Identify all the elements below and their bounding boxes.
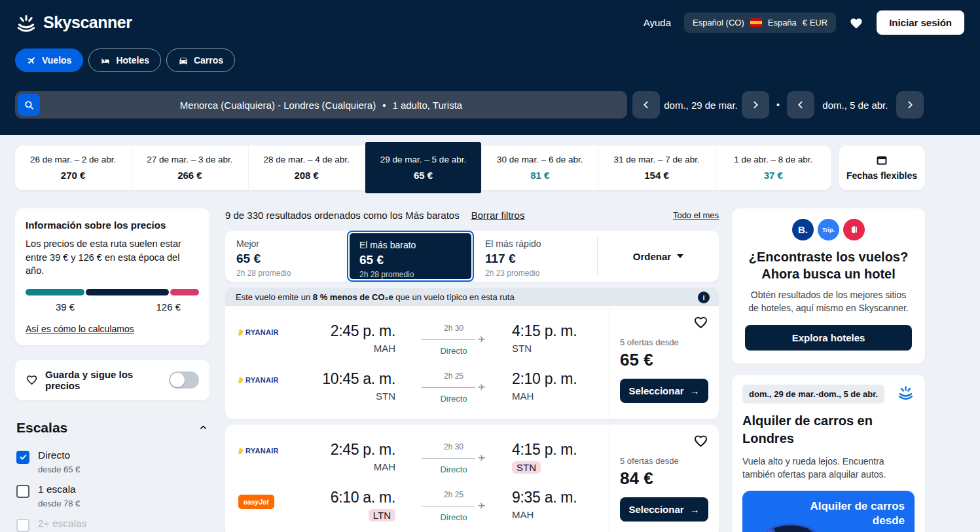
skyscanner-logo[interactable]: Skyscanner — [15, 13, 132, 33]
save-prices-toggle[interactable] — [169, 371, 199, 389]
date-tab-6[interactable]: 31 de mar. – 7 de abr. 154 € — [598, 145, 714, 190]
car-promo-body: Vuela alto y rueda lejos. Encuentra tamb… — [742, 455, 915, 482]
sort-tab-avg: 2h 23 promedio — [485, 269, 596, 278]
arrow-right-icon: → — [690, 504, 700, 515]
departure-time: 6:10 a. m. — [299, 489, 395, 506]
search-summary-bar[interactable]: Menorca (Cualquiera) - Londres (Cualquie… — [15, 91, 627, 119]
how-we-calculate-link[interactable]: Así es cómo lo calculamos — [26, 324, 134, 334]
leg-duration: 2h 30 — [444, 442, 463, 451]
plane-icon — [27, 56, 37, 66]
arrival-airport: MAH — [512, 390, 609, 402]
sort-tab-price: 65 € — [359, 253, 471, 267]
flight-path-line — [422, 506, 475, 506]
sort-tab-fastest[interactable]: El más rápido 117 € 2h 23 promedio — [474, 231, 596, 282]
skyscanner-sun-icon — [15, 13, 37, 33]
locale-currency: € EUR — [803, 18, 827, 28]
car-icon — [178, 56, 189, 66]
departure-time: 2:45 p. m. — [299, 322, 395, 340]
help-link[interactable]: Ayuda — [644, 17, 671, 28]
saved-heart-icon[interactable] — [849, 16, 863, 29]
price-range-low-segment — [26, 289, 84, 295]
sort-dropdown-button[interactable]: Ordenar — [598, 231, 719, 282]
eco-text-prefix: Este vuelo emite un — [236, 292, 313, 302]
hotel-partner-logo — [843, 219, 865, 240]
sort-tab-cheapest-selected[interactable]: El más barato 65 € 2h 28 promedio — [347, 231, 474, 282]
sort-tabs-card: Mejor 65 € 2h 28 promedio El más barato … — [225, 231, 719, 282]
leg-duration: 2h 30 — [444, 324, 463, 333]
save-flight-heart-icon[interactable] — [693, 434, 708, 447]
spain-flag-icon — [750, 18, 762, 27]
departure-time: 10:45 a. m. — [299, 370, 395, 388]
stops-title: Escalas — [16, 420, 67, 436]
car-rental-banner[interactable]: Alquiler de carros desde 13 € por día — [742, 491, 915, 532]
leg-stops: Directo — [440, 465, 467, 474]
flight2-return-leg: easyJet 6:10 a. m. LTN 2h 25 Directo 9:3… — [238, 489, 609, 522]
tab-hotels[interactable]: Hoteles — [88, 48, 161, 72]
info-icon[interactable]: i — [698, 292, 710, 303]
eco-banner: Este vuelo emite un 8 % menos de CO₂e qu… — [225, 288, 719, 306]
flight1-outbound-leg: RYANAIR 2:45 p. m. MAH 2h 30 Directo 4:1… — [238, 322, 609, 356]
flight2-outbound-leg: RYANAIR 2:45 p. m. MAH 2h 30 Directo 4:1… — [238, 441, 609, 474]
save-flight-heart-icon[interactable] — [693, 315, 708, 329]
chevron-up-icon — [198, 423, 208, 432]
eco-text-bold: 8 % menos de CO₂e — [313, 292, 393, 302]
date-tab-3[interactable]: 28 de mar. – 4 de abr. 208 € — [248, 145, 365, 190]
departure-airport: MAH — [299, 343, 395, 354]
login-button[interactable]: Iniciar sesión — [877, 10, 964, 35]
filter-1-stop[interactable]: 1 escala desde 78 € — [16, 484, 208, 508]
stops-section-header[interactable]: Escalas — [16, 420, 208, 436]
date-tab-1[interactable]: 26 de mar. – 2 de abr. 270 € — [15, 145, 131, 190]
tab-cars-label: Carros — [194, 55, 223, 66]
price-range-bar — [26, 289, 199, 295]
search-icon[interactable] — [18, 94, 40, 116]
explore-hotels-button[interactable]: Explora hoteles — [745, 325, 912, 351]
date-tab-price: 65 € — [414, 170, 433, 181]
calendar-icon — [877, 155, 887, 166]
select-flight-button[interactable]: Seleccionar→ — [620, 379, 708, 403]
hotel-promo-card: B. Trip. ¿Encontraste los vuelos? Ahora … — [732, 208, 925, 364]
return-next-day-button[interactable] — [896, 91, 924, 119]
checkbox-checked-icon[interactable] — [16, 451, 29, 464]
sort-tab-avg: 2h 28 promedio — [236, 269, 347, 278]
flight-card-1[interactable]: RYANAIR 2:45 p. m. MAH 2h 30 Directo 4:1… — [225, 306, 719, 419]
date-tab-4-selected[interactable]: 29 de mar. – 5 de abr. 65 € — [365, 142, 481, 193]
sort-tab-best[interactable]: Mejor 65 € 2h 28 promedio — [225, 231, 347, 282]
flight-card-2[interactable]: RYANAIR 2:45 p. m. MAH 2h 30 Directo 4:1… — [225, 425, 719, 532]
flexible-dates-button[interactable]: Fechas flexibles — [839, 145, 925, 190]
date-tab-5[interactable]: 30 de mar. – 6 de abr. 81 € — [481, 145, 598, 190]
filter-1-stop-price: desde 78 € — [38, 499, 80, 508]
outbound-next-day-button[interactable] — [742, 91, 769, 119]
results-summary: 9 de 330 resultados ordenados como los M… — [225, 210, 460, 221]
tab-cars[interactable]: Carros — [166, 48, 235, 72]
return-prev-day-button[interactable] — [787, 91, 814, 119]
price-range-high-segment — [170, 289, 199, 295]
select-flight-button[interactable]: Seleccionar→ — [620, 497, 708, 522]
filter-direct-price: desde 65 € — [38, 465, 80, 474]
arrival-time: 9:35 a. m. — [512, 489, 609, 506]
clear-filters-link[interactable]: Borrar filtros — [471, 210, 525, 221]
date-tab-range: 30 de mar. – 6 de abr. — [497, 155, 583, 164]
date-tab-7[interactable]: 1 de abr. – 8 de abr. 37 € — [715, 145, 831, 190]
price-range-min: 39 € — [56, 301, 75, 313]
whole-month-link[interactable]: Todo el mes — [673, 210, 719, 220]
tab-hotels-label: Hoteles — [116, 55, 149, 66]
outbound-prev-day-button[interactable] — [632, 91, 660, 119]
search-route: Menorca (Cualquiera) - Londres (Cualquie… — [180, 100, 376, 111]
date-tab-price: 266 € — [177, 170, 202, 181]
arrival-time: 2:10 p. m. — [512, 370, 609, 388]
filter-direct[interactable]: Directo desde 65 € — [16, 449, 208, 474]
tab-flights[interactable]: Vuelos — [15, 48, 83, 72]
checkbox-unchecked-icon[interactable] — [16, 485, 29, 498]
date-tab-2[interactable]: 27 de mar. – 3 de abr. 266 € — [131, 145, 247, 190]
save-prices-card: Guarda y sigue los precios — [15, 360, 209, 400]
search-separator-dot: • — [382, 100, 386, 111]
ryanair-logo: RYANAIR — [238, 328, 299, 336]
heart-outline-icon — [26, 374, 38, 385]
date-tab-price: 208 € — [294, 170, 319, 181]
caret-down-icon — [677, 254, 683, 258]
date-tab-price: 81 € — [530, 170, 549, 181]
filter-2plus-stops: 2+ escalas Ninguno — [16, 518, 208, 532]
ryanair-logo: RYANAIR — [238, 447, 299, 455]
locale-selector[interactable]: Español (CO) España € EUR — [684, 12, 836, 33]
price-range-typical-segment — [86, 289, 169, 295]
